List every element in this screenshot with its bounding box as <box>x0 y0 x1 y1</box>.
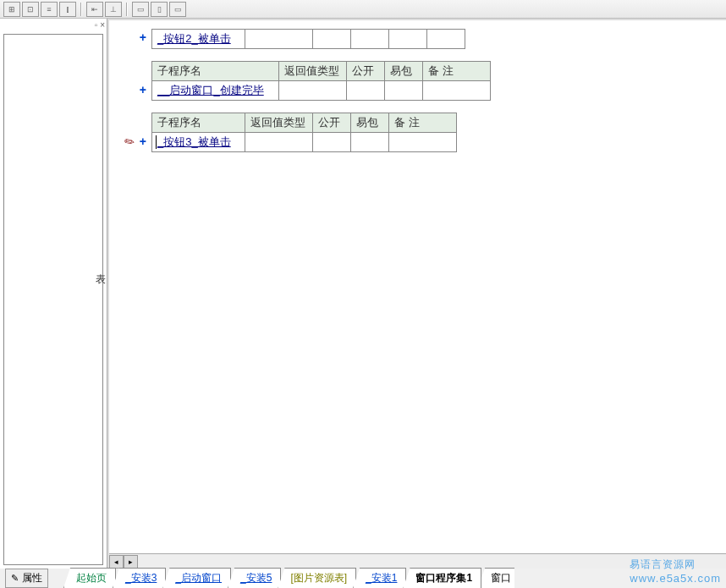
table-header-cell: 公开 <box>313 113 351 133</box>
code-editor: +_按钮2_被单击+子程序名返回值类型公开易包备 注__启动窗口_创建完毕✎+子… <box>107 19 726 569</box>
table-header-cell: 返回值类型 <box>279 62 347 81</box>
table-cell[interactable] <box>347 81 385 101</box>
tab-partial[interactable]: 窗口 <box>478 568 514 588</box>
table-row[interactable]: __启动窗口_创建完毕 <box>152 81 491 101</box>
main-area: ▫ × 表 +_按钮2_被单击+子程序名返回值类型公开易包备 注__启动窗口_创… <box>0 19 726 569</box>
subroutine-block: +子程序名返回值类型公开易包备 注__启动窗口_创建完毕 <box>109 61 726 101</box>
toolbar-btn-5[interactable]: ⇤ <box>86 2 103 17</box>
table-cell[interactable] <box>389 30 427 49</box>
table-cell[interactable] <box>313 30 351 49</box>
bottom-bar: ✎ 属性 起始页_安装3_启动窗口_安装5[图片资源表]_安装1窗口程序集1窗口 <box>0 569 726 588</box>
expand-icon[interactable]: + <box>140 30 146 44</box>
tab-olive[interactable]: [图片资源表] <box>278 568 356 588</box>
toolbar-btn-2[interactable]: ⊡ <box>22 2 39 17</box>
table-header-cell: 易包 <box>385 62 423 81</box>
scroll-left-icon[interactable]: ◂ <box>109 555 124 569</box>
scroll-right-icon[interactable]: ▸ <box>124 555 138 569</box>
toolbar-btn-3[interactable]: ≡ <box>41 2 58 17</box>
toolbar-btn-4[interactable]: ⫿ <box>59 2 76 17</box>
table-header-row: 子程序名返回值类型公开易包备 注 <box>152 113 457 133</box>
tab-blue[interactable]: _安装1 <box>353 568 406 588</box>
tab-active[interactable]: 窗口程序集1 <box>403 568 481 588</box>
tab-blue[interactable]: _安装5 <box>228 568 281 588</box>
table-row[interactable]: _按钮2_被单击 <box>152 30 465 49</box>
subroutine-name-cell[interactable]: _按钮3_被单击 <box>152 133 245 152</box>
table-header-cell: 子程序名 <box>152 113 245 133</box>
toolbar-separator <box>80 3 82 16</box>
gutter: ✎+ <box>109 113 151 148</box>
subroutine-table: 子程序名返回值类型公开易包备 注__启动窗口_创建完毕 <box>151 61 491 101</box>
table-cell[interactable] <box>423 81 491 101</box>
table-row[interactable]: _按钮3_被单击 <box>152 133 457 152</box>
toolbar-btn-9[interactable]: ▭ <box>169 2 186 17</box>
edit-marker-icon: ✎ <box>121 133 137 150</box>
toolbar-separator <box>126 3 128 16</box>
table-header-cell: 易包 <box>351 113 389 133</box>
table-cell[interactable] <box>427 30 465 49</box>
table-cell[interactable] <box>351 30 389 49</box>
horizontal-scrollbar[interactable]: ◂ ▸ <box>109 553 726 569</box>
subroutine-name-cell[interactable]: _按钮2_被单击 <box>152 30 245 49</box>
toolbar-btn-7[interactable]: ▭ <box>132 2 149 17</box>
tab-green[interactable]: 起始页 <box>63 568 116 588</box>
table-header-cell: 公开 <box>347 62 385 81</box>
left-side-label: 表 <box>96 272 106 287</box>
properties-label: 属性 <box>22 571 42 585</box>
left-panel: ▫ × 表 <box>0 19 107 569</box>
table-cell[interactable] <box>351 133 389 152</box>
table-cell[interactable] <box>313 133 351 152</box>
toolbar-btn-8[interactable]: ▯ <box>151 2 168 17</box>
properties-button[interactable]: ✎ 属性 <box>5 569 48 588</box>
table-cell[interactable] <box>279 81 347 101</box>
subroutine-name-link[interactable]: _按钮2_被单击 <box>157 32 231 45</box>
subroutine-table: _按钮2_被单击 <box>151 29 465 49</box>
tab-strip: 起始页_安装3_启动窗口_安装5[图片资源表]_安装1窗口程序集1窗口 <box>63 569 514 588</box>
left-panel-tree[interactable] <box>3 34 103 565</box>
table-header-cell: 备 注 <box>423 62 491 81</box>
toolbar-btn-6[interactable]: ⊥ <box>105 2 122 17</box>
toolbar-btn-1[interactable]: ⊞ <box>3 2 20 17</box>
subroutine-block: +_按钮2_被单击 <box>109 29 726 49</box>
expand-icon[interactable]: + <box>140 83 146 96</box>
table-header-cell: 备 注 <box>389 113 457 133</box>
subroutine-name-link[interactable]: _按钮3_被单击 <box>157 135 231 148</box>
properties-icon: ✎ <box>11 573 19 584</box>
subroutine-block: ✎+子程序名返回值类型公开易包备 注_按钮3_被单击 <box>109 113 726 152</box>
expand-icon[interactable]: + <box>140 135 146 148</box>
subroutine-name-cell[interactable]: __启动窗口_创建完毕 <box>152 81 279 101</box>
panel-close-icon[interactable]: ▫ × <box>95 20 105 30</box>
tab-blue[interactable]: _启动窗口 <box>162 568 231 588</box>
subroutine-name-link[interactable]: __启动窗口_创建完毕 <box>157 84 264 96</box>
toolbar: ⊞ ⊡ ≡ ⫿ ⇤ ⊥ ▭ ▯ ▭ <box>0 0 726 19</box>
subroutine-table: 子程序名返回值类型公开易包备 注_按钮3_被单击 <box>151 113 457 152</box>
table-cell[interactable] <box>245 133 313 152</box>
table-cell[interactable] <box>389 133 457 152</box>
table-cell[interactable] <box>245 30 313 49</box>
gutter: + <box>109 29 151 44</box>
table-cell[interactable] <box>385 81 423 101</box>
gutter: + <box>109 61 151 96</box>
tab-blue[interactable]: _安装3 <box>113 568 166 588</box>
table-header-cell: 子程序名 <box>152 62 279 81</box>
table-header-row: 子程序名返回值类型公开易包备 注 <box>152 62 491 81</box>
table-header-cell: 返回值类型 <box>245 113 313 133</box>
